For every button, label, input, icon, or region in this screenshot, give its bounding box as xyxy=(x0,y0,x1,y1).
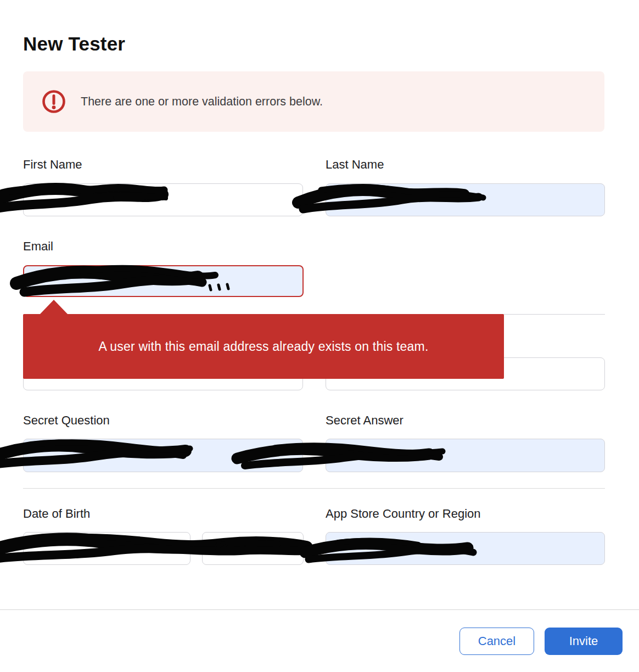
email-input[interactable] xyxy=(23,265,304,297)
secret-answer-input[interactable] xyxy=(326,439,605,472)
app-store-country-label: App Store Country or Region xyxy=(326,507,481,521)
secret-answer-label: Secret Answer xyxy=(326,413,403,428)
email-label: Email xyxy=(23,239,53,254)
last-name-input[interactable] xyxy=(326,183,605,216)
page-title: New Tester xyxy=(23,33,125,55)
invite-button[interactable]: Invite xyxy=(545,628,623,655)
banner-message: There are one or more validation errors … xyxy=(81,95,323,109)
new-tester-dialog: New Tester There are one or more validat… xyxy=(0,0,639,672)
app-store-country-input[interactable] xyxy=(326,532,605,565)
first-name-label: First Name xyxy=(23,158,82,172)
tooltip-arrow xyxy=(40,300,68,314)
validation-error-banner: There are one or more validation errors … xyxy=(23,71,604,132)
date-of-birth-label: Date of Birth xyxy=(23,507,90,521)
tooltip-message: A user with this email address already e… xyxy=(98,339,428,354)
secret-question-input[interactable] xyxy=(23,439,303,472)
email-error-tooltip: A user with this email address already e… xyxy=(23,314,504,379)
section-divider xyxy=(23,488,605,489)
birth-day-input[interactable] xyxy=(202,532,304,565)
first-name-input[interactable] xyxy=(23,183,303,216)
birth-month-input[interactable] xyxy=(23,532,190,565)
secret-question-label: Secret Question xyxy=(23,413,110,428)
alert-circle-icon xyxy=(41,89,66,114)
cancel-button[interactable]: Cancel xyxy=(459,628,534,655)
last-name-label: Last Name xyxy=(326,158,384,172)
footer-divider xyxy=(0,609,639,610)
